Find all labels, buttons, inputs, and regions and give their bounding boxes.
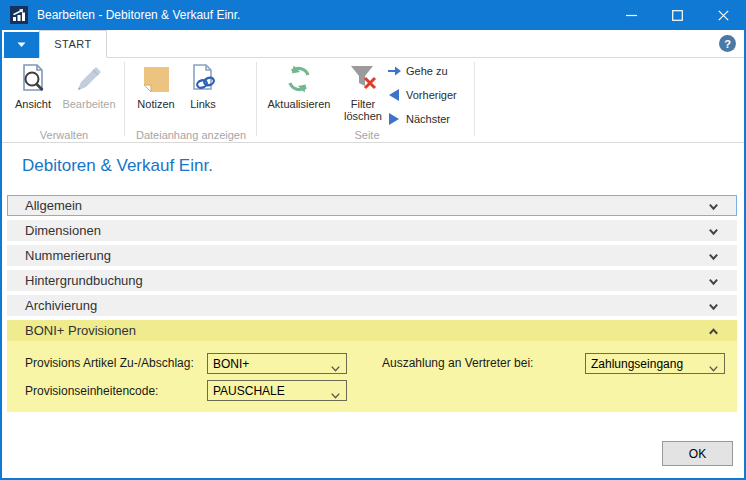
group-label-seite: Seite [260, 129, 474, 141]
ribbon-group-separator [256, 62, 257, 136]
ribbon-group-separator [474, 62, 475, 136]
bearbeiten-label: Bearbeiten [62, 98, 115, 110]
refresh-icon [284, 64, 314, 94]
fasttab-hintergrundbuchung[interactable]: Hintergrundbuchung [7, 270, 737, 291]
aktualisieren-button[interactable]: Aktualisieren [262, 60, 336, 126]
clear-filter-icon [348, 64, 378, 94]
vorheriger-button[interactable]: Vorheriger [386, 84, 472, 106]
edit-pencil-icon [74, 64, 104, 94]
field-label-provisionseinheitencode: Provisionseinheitencode: [25, 384, 158, 398]
fasttab-label: Dimensionen [25, 223, 101, 238]
help-button[interactable]: ? [719, 35, 736, 52]
ansicht-button[interactable]: Ansicht [8, 60, 58, 126]
ribbon-group-separator [124, 62, 125, 136]
document-link-icon [189, 64, 217, 94]
close-button[interactable] [700, 0, 746, 30]
group-label-verwalten: Verwalten [8, 129, 120, 141]
fasttab-label: Hintergrundbuchung [25, 273, 143, 288]
chevron-down-icon [330, 364, 341, 373]
go-to-arrow-icon [388, 66, 401, 76]
combobox-value: Zahlungseingang [591, 357, 683, 371]
chevron-down-icon [707, 201, 720, 212]
chevron-down-icon [707, 276, 720, 287]
naechster-button[interactable]: Nächster [386, 108, 472, 130]
gehe-zu-label: Gehe zu [406, 65, 448, 77]
notizen-label: Notizen [137, 98, 174, 110]
vorheriger-label: Vorheriger [406, 89, 457, 101]
filter-loeschen-label: Filter löschen [338, 98, 388, 122]
fasttab-nummerierung[interactable]: Nummerierung [7, 245, 737, 266]
chevron-down-icon [707, 226, 720, 237]
nav-app-icon [10, 6, 28, 24]
group-label-dateianhang: Dateianhang anzeigen [128, 129, 254, 141]
aktualisieren-label: Aktualisieren [268, 98, 331, 110]
ansicht-label: Ansicht [15, 98, 51, 110]
application-menu-button[interactable] [4, 32, 39, 58]
sticky-note-icon [143, 66, 170, 93]
links-button[interactable]: Links [182, 60, 224, 126]
combobox-auszahlung-vertreter[interactable]: Zahlungseingang [585, 353, 725, 374]
ribbon-tab-strip: START ? [2, 30, 744, 58]
app-window: Bearbeiten - Debitoren & Verkauf Einr. S… [0, 0, 746, 480]
fasttab-allgemein[interactable]: Allgemein [7, 195, 737, 216]
fasttab-label: Allgemein [25, 198, 82, 213]
minimize-icon [626, 10, 637, 21]
fasttab-label: Archivierung [25, 298, 97, 313]
page-title: Debitoren & Verkauf Einr. [22, 156, 213, 176]
maximize-icon [672, 10, 683, 21]
fasttab-boni-provisionen[interactable]: BONI+ Provisionen [7, 320, 737, 341]
notizen-button[interactable]: Notizen [132, 60, 180, 126]
chevron-down-icon [707, 251, 720, 262]
title-bar: Bearbeiten - Debitoren & Verkauf Einr. [0, 0, 746, 30]
page-content: Debitoren & Verkauf Einr. Allgemein Dime… [2, 143, 744, 478]
fasttab-label: Nummerierung [25, 248, 111, 263]
chevron-down-icon [707, 301, 720, 312]
previous-arrow-icon [389, 89, 399, 101]
fasttab-archivierung[interactable]: Archivierung [7, 295, 737, 316]
gehe-zu-button[interactable]: Gehe zu [386, 60, 472, 82]
window-title: Bearbeiten - Debitoren & Verkauf Einr. [37, 8, 240, 22]
field-label-provisions-artikel: Provisions Artikel Zu-/Abschlag: [25, 356, 194, 370]
chevron-up-icon [707, 326, 720, 337]
fasttab-label: BONI+ Provisionen [25, 323, 136, 338]
naechster-label: Nächster [406, 113, 450, 125]
ok-button[interactable]: OK [662, 441, 733, 466]
combobox-provisions-artikel[interactable]: BONI+ [207, 353, 347, 374]
chevron-down-icon [330, 391, 341, 400]
fasttab-dimensionen[interactable]: Dimensionen [7, 220, 737, 241]
links-label: Links [190, 98, 216, 110]
chevron-down-icon [17, 42, 26, 48]
next-arrow-icon [389, 113, 399, 125]
fasttab-list: Allgemein Dimensionen Nummerierung Hinte… [7, 195, 737, 416]
bearbeiten-button: Bearbeiten [60, 60, 118, 126]
combobox-provisionseinheitencode[interactable]: PAUSCHALE [207, 380, 347, 401]
view-document-icon [18, 63, 48, 95]
chevron-down-icon [708, 364, 719, 373]
minimize-button[interactable] [608, 0, 654, 30]
field-label-auszahlung-vertreter: Auszahlung an Vertreter bei: [382, 356, 533, 370]
filter-loeschen-button[interactable]: Filter löschen [338, 60, 388, 126]
tab-start[interactable]: START [39, 30, 107, 58]
close-icon [718, 10, 729, 21]
combobox-value: BONI+ [213, 357, 249, 371]
combobox-value: PAUSCHALE [213, 384, 285, 398]
question-mark-icon: ? [724, 38, 731, 50]
fasttab-body-boni-provisionen: Provisions Artikel Zu-/Abschlag: BONI+ A… [7, 341, 737, 412]
ribbon: Ansicht Bearbeiten Verwalten [2, 58, 744, 143]
maximize-button[interactable] [654, 0, 700, 30]
